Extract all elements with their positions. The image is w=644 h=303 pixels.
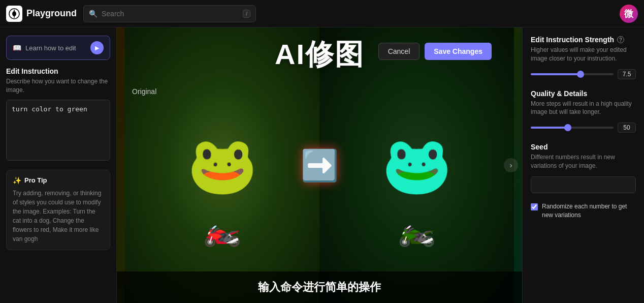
strength-desc: Higher values will make your edited imag… xyxy=(531,46,636,63)
quality-slider-row: 50 xyxy=(531,123,636,133)
learn-how-button[interactable]: 📖 Learn how to edit ▶ xyxy=(6,36,110,60)
pro-tip-title: ✨ Pro Tip xyxy=(13,176,104,185)
search-input[interactable] xyxy=(102,10,239,18)
user-initial: 微 xyxy=(624,8,633,20)
search-icon: 🔍 xyxy=(89,10,98,18)
strength-slider-row: 7.5 xyxy=(531,69,636,79)
edit-instruction-title: Edit Instruction xyxy=(6,67,110,75)
edit-instruction-section: Edit Instruction Describe how you want t… xyxy=(6,67,110,163)
strength-slider-fill xyxy=(531,73,581,75)
canvas-title: AI修图 xyxy=(275,36,364,74)
sidebar: 📖 Learn how to edit ▶ Edit Instruction D… xyxy=(0,27,117,303)
quality-value: 50 xyxy=(618,123,636,133)
quality-title: Quality & Details xyxy=(531,89,636,98)
bottom-subtitle: 输入命令进行简单的操作 xyxy=(117,271,522,303)
randomize-checkbox[interactable] xyxy=(531,203,538,210)
strength-value: 7.5 xyxy=(618,69,636,79)
main-layout: 📖 Learn how to edit ▶ Edit Instruction D… xyxy=(0,27,644,303)
seed-title: Seed xyxy=(531,143,636,151)
quality-desc: More steps will result in a high quality… xyxy=(531,100,636,117)
seed-section: Seed Different numbers result in new var… xyxy=(531,143,636,219)
action-buttons: Cancel Save Changes xyxy=(378,43,492,60)
strength-slider-thumb[interactable] xyxy=(577,71,584,78)
quality-section: Quality & Details More steps will result… xyxy=(531,89,636,133)
learn-how-label: Learn how to edit xyxy=(25,44,76,52)
strength-slider-track[interactable] xyxy=(531,73,614,75)
quality-slider-fill xyxy=(531,127,568,129)
edit-instruction-textarea[interactable] xyxy=(6,100,110,161)
search-shortcut: / xyxy=(243,10,250,18)
randomize-label: Randomize each number to get new variati… xyxy=(542,202,636,220)
canvas-scroll-right-button[interactable]: › xyxy=(504,158,518,172)
edit-instruction-desc: Describe how you want to change the imag… xyxy=(6,77,110,95)
learn-play-button[interactable]: ▶ xyxy=(90,41,104,54)
header: Playground 🔍 / 微 xyxy=(0,0,644,27)
seed-desc: Different numbers result in new variatio… xyxy=(531,153,636,170)
original-label: Original xyxy=(132,87,156,96)
canvas-area: AI修图 Cancel Save Changes Original 🐸 🏍️ 🐸… xyxy=(117,27,522,303)
quality-slider-track[interactable] xyxy=(531,127,614,129)
strength-title: Edit Instruction Strength ? xyxy=(531,36,636,44)
strength-section: Edit Instruction Strength ? Higher value… xyxy=(531,36,636,79)
strength-info-icon[interactable]: ? xyxy=(617,36,624,43)
pro-tip-text: Try adding, removing, or thinking of sty… xyxy=(13,189,104,244)
logo-area: Playground xyxy=(6,6,77,22)
user-avatar[interactable]: 微 xyxy=(620,5,638,23)
logo-icon xyxy=(6,6,22,22)
logo-text: Playground xyxy=(26,8,77,19)
star-icon: ✨ xyxy=(13,176,21,185)
randomize-row: Randomize each number to get new variati… xyxy=(531,202,636,220)
pro-tip-box: ✨ Pro Tip Try adding, removing, or think… xyxy=(6,170,110,250)
quality-slider-thumb[interactable] xyxy=(564,124,571,131)
search-bar[interactable]: 🔍 / xyxy=(83,5,256,22)
seed-input[interactable] xyxy=(531,176,636,193)
book-icon: 📖 xyxy=(13,44,21,52)
right-panel: Edit Instruction Strength ? Higher value… xyxy=(522,27,644,303)
arrow-icon: ➡️ xyxy=(301,147,339,184)
save-button[interactable]: Save Changes xyxy=(425,43,492,60)
cancel-button[interactable]: Cancel xyxy=(378,43,420,60)
